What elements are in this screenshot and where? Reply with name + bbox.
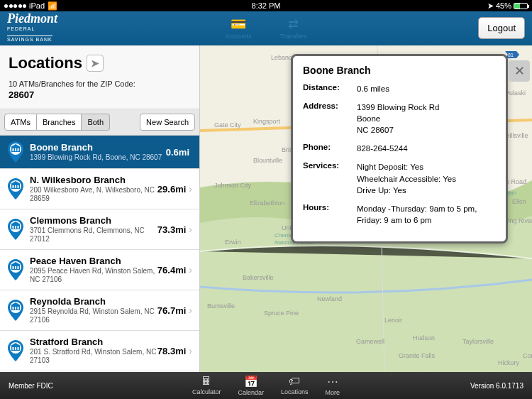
branch-name: Reynolda Branch xyxy=(30,296,157,307)
svg-text:Blountville: Blountville xyxy=(253,157,282,164)
bank-pin-icon xyxy=(7,178,24,200)
branch-distance: 76.4mi xyxy=(157,265,186,275)
svg-text:Erwin: Erwin xyxy=(225,239,241,246)
logo-text: Piedmont xyxy=(7,12,57,25)
svg-text:Burnsville: Burnsville xyxy=(207,302,235,310)
branch-address: 1399 Blowing Rock Rd, Boone, NC 28607 xyxy=(30,153,166,162)
svg-text:Elizabethton: Elizabethton xyxy=(250,200,285,207)
new-search-button[interactable]: New Search xyxy=(140,114,195,131)
wifi-icon: 📶 xyxy=(48,1,57,11)
brand-logo: Piedmont FEDERAL SAVINGS BANK xyxy=(7,12,57,44)
svg-text:Spruce Pine: Spruce Pine xyxy=(264,310,299,317)
chevron-right-icon: › xyxy=(189,345,192,356)
branch-detail-popup: ✕ Boone Branch Distance:0.6 miles Addres… xyxy=(291,54,508,244)
member-fdic: Member FDIC xyxy=(9,382,53,390)
branch-address: 2095 Peace Haven Rd, Winston Salem, NC 2… xyxy=(30,267,157,284)
branch-list-item[interactable]: Hanes Branch › xyxy=(0,371,199,372)
branch-list-item[interactable]: N. Wilkesboro Branch 200 Wilkesboro Ave,… xyxy=(0,169,199,209)
tab-calculator[interactable]: 🖩Calculator xyxy=(192,375,221,396)
tab-accounts[interactable]: 💳Accounts xyxy=(226,16,252,40)
battery-pct: 45% xyxy=(496,1,511,10)
branch-name: Clemmons Branch xyxy=(30,215,157,226)
locations-subtitle: 10 ATMs/Branches for the ZIP Code: xyxy=(9,80,191,88)
svg-text:Pulaski: Pulaski xyxy=(505,89,526,97)
branch-name: Boone Branch xyxy=(30,142,166,153)
svg-text:Kingsport: Kingsport xyxy=(253,118,281,125)
signal-icon xyxy=(4,4,26,8)
svg-text:Taylorsville: Taylorsville xyxy=(462,338,494,345)
branch-distance: 29.6mi xyxy=(157,184,186,195)
svg-text:81: 81 xyxy=(508,53,514,58)
branch-list-item[interactable]: Reynolda Branch 2915 Reynolda Rd, Winsto… xyxy=(0,290,199,331)
popup-title: Boone Branch xyxy=(303,65,496,76)
close-button[interactable]: ✕ xyxy=(509,60,530,82)
filter-segment[interactable]: ATMs Branches Both xyxy=(4,114,110,131)
branch-list-item[interactable]: Clemmons Branch 3701 Clemmons Rd, Clemmo… xyxy=(0,209,199,250)
more-icon: ⋯ xyxy=(326,375,340,388)
svg-text:Conover: Conover xyxy=(523,352,532,359)
filter-branches[interactable]: Branches xyxy=(37,114,82,131)
popup-services: Night Deposit: Yes Wheelchair Accessible… xyxy=(357,161,496,195)
location-icon: ➤ xyxy=(487,1,494,11)
bank-pin-icon xyxy=(7,259,24,280)
branch-distance: 78.3mi xyxy=(157,346,186,356)
branch-list[interactable]: Boone Branch 1399 Blowing Rock Rd, Boone… xyxy=(0,136,199,372)
svg-text:Johnson City: Johnson City xyxy=(214,182,252,189)
chevron-right-icon: › xyxy=(189,305,192,316)
chevron-right-icon: › xyxy=(189,183,192,195)
logout-button[interactable]: Logout xyxy=(478,17,525,39)
branch-address: 200 Wilkesboro Ave, N. Wilkesboro, NC 28… xyxy=(30,186,157,203)
locations-sidebar: Locations ➤ 10 ATMs/Branches for the ZIP… xyxy=(0,45,200,372)
bank-pin-icon xyxy=(7,141,24,163)
battery-icon xyxy=(514,3,528,9)
svg-text:Elkin: Elkin xyxy=(512,198,526,205)
svg-text:Newland: Newland xyxy=(317,295,342,302)
popup-address: 1399 Blowing Rock Rd Boone NC 28607 xyxy=(357,102,496,136)
tag-icon: 🏷 xyxy=(281,375,309,388)
tab-calendar[interactable]: 📅Calendar xyxy=(238,375,264,396)
tab-locations[interactable]: 🏷Locations xyxy=(281,375,309,396)
calendar-icon: 📅 xyxy=(238,375,264,388)
version-label: Version 6.0.1713 xyxy=(470,382,523,390)
branch-name: Stratford Branch xyxy=(30,337,157,347)
tab-more[interactable]: ⋯More xyxy=(326,375,340,396)
filter-atms[interactable]: ATMs xyxy=(4,114,37,131)
branch-list-item[interactable]: Peace Haven Branch 2095 Peace Haven Rd, … xyxy=(0,250,199,290)
chevron-right-icon: › xyxy=(189,224,192,235)
calculator-icon: 🖩 xyxy=(192,375,221,388)
chevron-right-icon: › xyxy=(189,264,192,275)
filter-both[interactable]: Both xyxy=(82,114,110,131)
locations-title: Locations xyxy=(9,54,82,72)
svg-text:Lenoir: Lenoir xyxy=(384,317,402,324)
branch-distance: 0.6mi xyxy=(166,147,189,158)
branch-name: N. Wilkesboro Branch xyxy=(30,175,157,185)
branch-address: 201 S. Stratford Rd, Winston Salem, NC 2… xyxy=(30,348,157,365)
bank-pin-icon xyxy=(7,340,24,361)
branch-address: 3701 Clemmons Rd, Clemmons, NC 27012 xyxy=(30,226,157,244)
branch-distance: 76.7mi xyxy=(157,305,186,316)
app-header: Piedmont FEDERAL SAVINGS BANK 💳Accounts … xyxy=(0,11,532,45)
popup-distance: 0.6 miles xyxy=(357,83,496,94)
locate-me-button[interactable]: ➤ xyxy=(87,55,104,72)
popup-hours: Monday -Thursday: 9am to 5 pm, Friday: 9… xyxy=(357,203,496,226)
branch-list-item[interactable]: Stratford Branch 201 S. Stratford Rd, Wi… xyxy=(0,331,199,371)
svg-text:Hudson: Hudson xyxy=(413,334,435,341)
svg-text:Gamewell: Gamewell xyxy=(356,338,384,345)
svg-text:Granite Falls: Granite Falls xyxy=(399,352,436,359)
svg-text:Bakersville: Bakersville xyxy=(243,274,274,281)
bank-pin-icon xyxy=(7,219,24,240)
branch-distance: 73.3mi xyxy=(157,224,186,235)
bottom-toolbar: Member FDIC 🖩Calculator 📅Calendar 🏷Locat… xyxy=(0,372,532,399)
tab-transfers[interactable]: ⇄Transfers xyxy=(280,16,307,40)
clock: 8:32 PM xyxy=(252,1,281,10)
zipcode-value: 28607 xyxy=(9,89,191,100)
status-bar: iPad 📶 8:32 PM ➤ 45% xyxy=(0,0,532,11)
popup-phone: 828-264-5244 xyxy=(357,143,496,154)
map[interactable]: Lebanon Gate City Kingsport Abingdon Mar… xyxy=(200,45,532,372)
svg-text:Gate City: Gate City xyxy=(214,121,241,129)
bank-pin-icon xyxy=(7,300,24,321)
branch-name: Peace Haven Branch xyxy=(30,256,157,266)
svg-text:Hillsville: Hillsville xyxy=(505,132,528,139)
svg-text:Hickory: Hickory xyxy=(498,359,520,366)
branch-list-item[interactable]: Boone Branch 1399 Blowing Rock Rd, Boone… xyxy=(0,136,199,169)
